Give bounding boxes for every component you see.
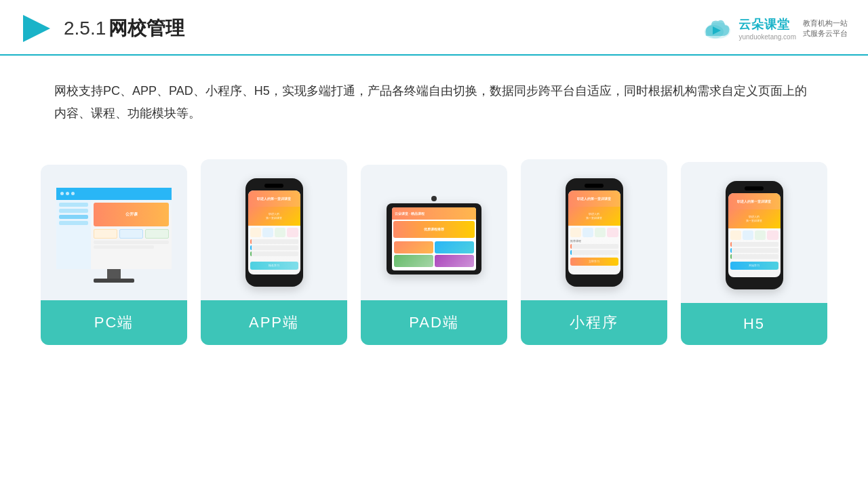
pad-grid [392,239,476,269]
pc-stand [107,269,121,279]
pc-dot-2 [66,192,69,195]
pc-grid-item-2 [119,229,143,239]
app-list-2 [250,245,298,250]
pad-banner: 优质课程推荐 [393,221,475,238]
card-app-image: 职进人的第一堂训课堂 职进人的第一堂训课堂 [201,159,347,300]
device-h5-phone: 职进人的第一堂训课堂 职进人的第一堂训课堂 [726,181,783,289]
pc-base [94,279,134,283]
h5-body: 开始学习 [728,228,781,272]
pad-card-3 [394,255,433,267]
miniapp-label: 推荐课程 [570,239,618,243]
phone-header-text-h5: 职进人的第一堂训课堂 [737,199,771,203]
card-h5-image: 职进人的第一堂训课堂 职进人的第一堂训课堂 [681,162,827,303]
description-paragraph: 网校支持PC、APP、PAD、小程序、H5，实现多端打通，产品各终端自由切换，数… [54,80,814,125]
miniapp-list-1 [570,244,618,249]
card-miniapp: 职进人的第一堂训课堂 职进人的第一堂训课堂 [521,159,667,345]
miniapp-list-2 [570,250,618,255]
app-banner-text: 职进人的第一堂训课堂 [266,212,282,220]
pc-dot-1 [60,192,64,195]
device-miniapp-phone: 职进人的第一堂训课堂 职进人的第一堂训课堂 [566,178,623,287]
phone-outer-app: 职进人的第一堂训课堂 职进人的第一堂训课堂 [245,178,303,287]
phone-notch-miniapp [585,184,604,188]
pc-list-1 [94,241,169,244]
app-body [248,226,300,258]
card-h5: 职进人的第一堂训课堂 职进人的第一堂训课堂 [681,162,827,345]
card-pad-image: 云朵课堂 · 精品课程 优质课程推荐 [361,165,507,300]
pc-grid-item-3 [145,229,169,239]
app-icon-2 [262,228,273,237]
h5-icon-3 [755,230,766,240]
pad-card-2 [435,241,474,253]
app-banner: 职进人的第一堂训课堂 [248,207,300,226]
miniapp-icon-2 [583,228,593,237]
pc-dot-3 [71,192,75,195]
pc-screen-content: 公开课 [56,188,172,269]
card-label-h5: H5 [681,303,827,345]
logo-area: 云朵课堂 yunduoketang.com 教育机构一站 式服务云平台 [699,16,848,41]
pad-outer: 云朵课堂 · 精品课程 优质课程推荐 [387,203,481,274]
pc-grid-item-1 [94,229,117,239]
app-icons [250,228,298,237]
app-list-3 [250,251,298,256]
device-pc: 公开课 [56,188,172,283]
svg-marker-0 [23,15,50,42]
page-header: 2.5.1网校管理 云朵课堂 yunduoketang.com 教育机构一站 式… [0,0,868,56]
pc-sidebar-item-4 [59,221,88,225]
card-label-pad: PAD端 [361,300,507,345]
pc-body: 公开课 [91,200,172,269]
description-text: 网校支持PC、APP、PAD、小程序、H5，实现多端打通，产品各终端自由切换，数… [0,56,868,139]
phone-header-bar-miniapp: 职进人的第一堂训课堂 [568,190,620,207]
pc-grid [94,229,169,239]
miniapp-icon-4 [607,228,618,237]
phone-header-bar-h5: 职进人的第一堂训课堂 [728,193,781,209]
logo-tagline: 教育机构一站 式服务云平台 [803,18,848,39]
logo-text-group: 云朵课堂 yunduoketang.com [738,16,796,41]
h5-cta: 开始学习 [730,262,778,270]
card-pc-image: 公开课 [41,165,187,300]
phone-screen-miniapp: 职进人的第一堂训课堂 职进人的第一堂训课堂 [568,190,620,274]
phone-notch-h5 [745,186,764,190]
h5-list-1 [730,242,778,247]
logo-name: 云朵课堂 [738,16,796,33]
pad-banner-text: 优质课程推荐 [424,227,444,231]
h5-list-2 [730,248,778,253]
pc-sidebar-item-1 [59,203,88,207]
title-main: 网校管理 [108,18,184,39]
miniapp-icon-1 [570,228,581,237]
h5-icons [730,230,778,240]
phone-outer-miniapp: 职进人的第一堂训课堂 职进人的第一堂训课堂 [566,178,623,287]
h5-banner: 职进人的第一堂训课堂 [728,209,781,228]
section-number: 2.5.1 [64,18,106,39]
header-left: 2.5.1网校管理 [20,12,184,45]
pad-card-4 [435,255,474,267]
pc-screen-outer: 公开课 [56,188,172,269]
phone-header-bar-app: 职进人的第一堂训课堂 [248,190,300,207]
card-pc: 公开课 [41,165,187,345]
app-footer: 报名学习 [248,260,300,272]
card-label-miniapp: 小程序 [521,300,667,345]
card-label-pc: PC端 [41,300,187,345]
h5-list-3 [730,254,778,259]
app-list-1 [250,239,298,244]
pad-home-button [431,196,437,201]
app-icon-1 [250,228,261,237]
pc-banner: 公开课 [94,203,169,226]
miniapp-icon-3 [595,228,606,237]
pc-sidebar-item-2 [59,209,88,213]
app-icon-4 [287,228,298,237]
app-cta-text: 报名学习 [269,264,279,267]
card-app: 职进人的第一堂训课堂 职进人的第一堂训课堂 [201,159,347,345]
miniapp-body: 推荐课程 立即学习 [568,226,620,268]
phone-notch-app [264,184,283,188]
pc-list-2 [94,245,154,249]
app-cta: 报名学习 [250,262,298,270]
phone-header-text-miniapp: 职进人的第一堂训课堂 [577,197,611,201]
card-miniapp-image: 职进人的第一堂训课堂 职进人的第一堂训课堂 [521,159,667,300]
cards-section: 公开课 [0,139,868,345]
miniapp-banner-text: 职进人的第一堂训课堂 [586,212,602,220]
h5-banner-text: 职进人的第一堂训课堂 [746,215,762,222]
pad-screen: 云朵课堂 · 精品课程 优质课程推荐 [392,207,476,270]
h5-cta-text: 开始学习 [749,264,760,267]
pad-card-1 [394,241,433,253]
miniapp-icons [570,228,618,237]
